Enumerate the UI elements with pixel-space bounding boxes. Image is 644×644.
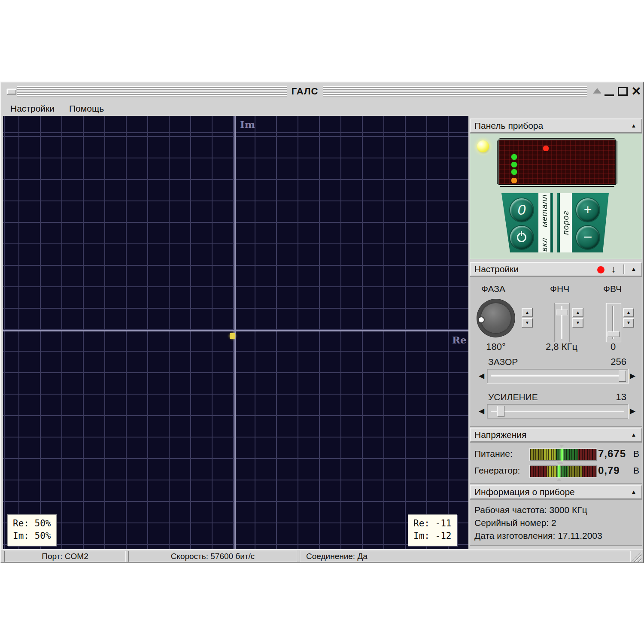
lpf-slider-thumb[interactable] [556, 310, 568, 315]
power-button[interactable] [510, 226, 533, 249]
arrow-down-icon[interactable]: ↓ [608, 264, 619, 275]
hpf-slider-thumb[interactable] [608, 331, 620, 337]
settings-panel-header[interactable]: Настройки ↓ ▲ [470, 262, 642, 276]
phase-label: ФАЗА [481, 284, 505, 294]
led-matrix [498, 140, 616, 185]
slider-right-icon[interactable]: ▶ [630, 407, 635, 416]
generator-label: Генератор: [474, 465, 520, 476]
info-frequency: Рабочая частота: 3000 КГц [474, 505, 587, 515]
plus-button[interactable]: + [576, 198, 599, 222]
led-dot [511, 154, 517, 160]
cursor-im-value: Im: 50% [13, 530, 51, 542]
spin-down-icon[interactable]: ▼ [623, 318, 634, 328]
minus-button[interactable]: − [576, 226, 599, 249]
hpf-slider[interactable] [606, 303, 621, 342]
hpf-label: ФВЧ [603, 284, 622, 294]
supply-value: 7,675 [598, 448, 626, 460]
minimize-button[interactable] [605, 94, 614, 96]
gain-value: 13 [583, 392, 626, 403]
gap-value: 256 [583, 356, 626, 368]
supply-label: Питание: [474, 449, 513, 459]
gap-slider[interactable] [487, 369, 628, 383]
led-dot [511, 178, 517, 183]
led-dot [543, 146, 549, 151]
keypad-left-label: вкл металл [538, 193, 552, 252]
scope-plot: Im Re Re: 50% Im: 50% Re: -11 Im: -12 [3, 116, 468, 549]
re-axis-label: Re [452, 334, 467, 346]
gain-slider-track [491, 410, 624, 412]
voltages-panel-title: Напряжения [474, 430, 526, 440]
screen: ГАЛС ✕ Настройки Помощь Im Re Re: 50% Im… [0, 0, 644, 644]
generator-meter-indicator [558, 465, 560, 477]
status-connection: Соединение: Да [300, 551, 631, 562]
app-window: ГАЛС ✕ Настройки Помощь Im Re Re: 50% Im… [0, 82, 644, 563]
re-axis-line [3, 330, 468, 331]
gain-slider-thumb[interactable] [497, 406, 504, 417]
gap-slider-track [491, 375, 624, 377]
lpf-spinner: ▲ ▼ [572, 308, 583, 328]
generator-meter [530, 465, 597, 477]
phase-spinner: ▲ ▼ [522, 308, 533, 328]
header-separator [623, 264, 624, 274]
spin-up-icon[interactable]: ▲ [572, 308, 583, 317]
phase-value: 180° [477, 341, 515, 352]
gap-label: ЗАЗОР [488, 357, 518, 367]
info-date: Дата изготовления: 17.11.2003 [474, 531, 602, 541]
signal-marker [230, 333, 235, 339]
slider-left-icon[interactable]: ◀ [479, 407, 484, 416]
settings-panel-title: Настройки [474, 264, 519, 274]
generator-meter-stripes [530, 466, 596, 477]
led-dot [511, 169, 517, 175]
zero-button[interactable]: 0 [510, 198, 533, 222]
collapse-icon[interactable]: ▲ [629, 430, 639, 440]
info-panel-header[interactable]: Информация о приборе ▲ [470, 485, 642, 499]
window-title: ГАЛС [287, 86, 323, 97]
im-axis-line [234, 116, 236, 549]
cursor-readout-box: Re: 50% Im: 50% [7, 514, 57, 546]
voltages-panel-header[interactable]: Напряжения ▲ [470, 428, 642, 442]
gain-slider[interactable] [487, 404, 628, 419]
gain-label: УСИЛЕНИЕ [488, 392, 538, 402]
phase-knob[interactable] [477, 299, 515, 337]
lpf-label: ФНЧ [550, 284, 569, 294]
collapse-icon[interactable]: ▲ [629, 121, 639, 131]
led-dot [511, 162, 517, 167]
slider-left-icon[interactable]: ◀ [479, 371, 484, 380]
window-menu-icon[interactable] [7, 89, 16, 94]
sidebar: Панель прибора ▲ 0 [470, 116, 642, 549]
led-display [497, 138, 617, 187]
hpf-spinner: ▲ ▼ [623, 308, 634, 328]
menu-item-settings[interactable]: Настройки [9, 102, 56, 115]
power-led-indicator [477, 140, 489, 152]
resize-grip[interactable] [631, 552, 641, 562]
spin-down-icon[interactable]: ▼ [522, 318, 533, 328]
lpf-value: 2,8 КГц [537, 341, 586, 352]
keypad-left: 0 вкл металл [501, 193, 553, 252]
device-panel-body: 0 вкл металл порог + − [470, 133, 642, 259]
gap-slider-thumb[interactable] [619, 371, 626, 382]
collapse-icon[interactable]: ▲ [629, 487, 639, 497]
spin-down-icon[interactable]: ▼ [572, 318, 583, 328]
supply-meter-stripes [530, 449, 596, 460]
keypad-right: порог + − [557, 193, 609, 252]
shade-icon[interactable] [593, 88, 601, 94]
voltages-panel-body: Питание: 7,675 В Генератор: 0,79 В [470, 442, 642, 484]
titlebar-ridges[interactable] [323, 86, 587, 97]
slider-right-icon[interactable]: ▶ [630, 371, 635, 380]
record-dot-icon[interactable] [597, 266, 605, 273]
menu-item-help[interactable]: Помощь [67, 102, 106, 115]
point-im-value: Im: -12 [413, 530, 452, 542]
maximize-button[interactable] [618, 87, 628, 96]
device-panel-header[interactable]: Панель прибора ▲ [470, 118, 642, 133]
close-button[interactable]: ✕ [629, 84, 643, 99]
titlebar-ridges[interactable] [17, 86, 287, 97]
collapse-icon[interactable]: ▲ [629, 264, 639, 274]
point-readout-box: Re: -11 Im: -12 [408, 514, 457, 546]
spin-up-icon[interactable]: ▲ [623, 308, 634, 317]
phase-knob-indicator [479, 317, 484, 322]
lpf-slider[interactable] [554, 303, 570, 342]
supply-unit: В [633, 449, 639, 459]
spin-up-icon[interactable]: ▲ [522, 308, 533, 317]
menubar: Настройки Помощь [1, 101, 643, 116]
status-port: Порт: COM2 [4, 551, 126, 562]
